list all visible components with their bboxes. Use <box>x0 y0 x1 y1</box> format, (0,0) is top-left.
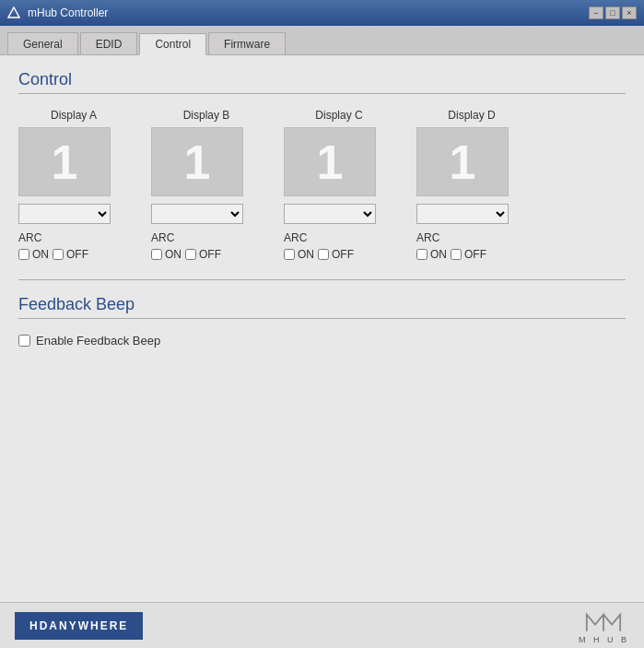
display-b-off-group: OFF <box>185 248 221 261</box>
mhub-logo-text: M H U B <box>579 635 629 644</box>
maximize-button[interactable]: □ <box>605 6 620 19</box>
display-d-select[interactable] <box>416 204 509 224</box>
display-c-off-checkbox[interactable] <box>318 249 329 260</box>
display-d-number: 1 <box>450 138 476 186</box>
close-button[interactable]: × <box>622 6 637 19</box>
display-d-col: Display D 1 ARC ON OFF <box>416 109 527 261</box>
feedback-section-title: Feedback Beep <box>18 295 626 319</box>
display-a-on-group: ON <box>18 248 49 261</box>
display-a-on-checkbox[interactable] <box>18 249 29 260</box>
display-b-col: Display B 1 ARC ON OFF <box>151 109 262 261</box>
display-a-arc-controls: ON OFF <box>18 248 88 261</box>
control-section-title: Control <box>18 70 626 94</box>
section-divider <box>18 279 626 280</box>
hdanywhere-button[interactable]: HDANYWHERE <box>15 612 143 640</box>
display-d-on-group: ON <box>416 248 447 261</box>
display-c-arc-label: ARC <box>284 231 307 244</box>
tab-firmware[interactable]: Firmware <box>208 32 286 54</box>
tab-control[interactable]: Control <box>139 33 206 55</box>
display-b-off-checkbox[interactable] <box>185 249 196 260</box>
display-c-col: Display C 1 ARC ON OFF <box>284 109 394 261</box>
display-b-thumbnail: 1 <box>151 127 243 196</box>
display-c-on-checkbox[interactable] <box>284 249 295 260</box>
mhub-logo-icon <box>585 607 622 633</box>
display-b-on-group: ON <box>151 248 181 261</box>
footer: HDANYWHERE M H U B <box>0 602 644 648</box>
display-b-label: Display B <box>151 109 262 122</box>
display-a-arc-label: ARC <box>18 231 41 244</box>
display-b-number: 1 <box>184 138 211 186</box>
display-c-select[interactable] <box>284 204 376 224</box>
display-grid: Display A 1 ARC ON OFF Display B <box>18 109 626 261</box>
display-c-off-group: OFF <box>318 248 354 261</box>
display-c-on-label: ON <box>298 248 314 261</box>
display-a-off-group: OFF <box>53 248 88 261</box>
display-d-arc-controls: ON OFF <box>416 248 486 261</box>
display-d-off-group: OFF <box>451 248 486 261</box>
display-c-arc-controls: ON OFF <box>284 248 354 261</box>
display-a-thumbnail: 1 <box>18 127 111 196</box>
app-icon <box>7 6 22 20</box>
titlebar: mHub Controller − □ × <box>0 0 644 26</box>
main-content: Control Display A 1 ARC ON OFF <box>0 55 644 602</box>
display-a-on-label: ON <box>32 248 49 261</box>
display-c-off-label: OFF <box>332 248 354 261</box>
enable-feedback-row: Enable Feedback Beep <box>18 334 626 348</box>
tabbar: General EDID Control Firmware <box>0 26 644 55</box>
display-b-select[interactable] <box>151 204 243 224</box>
display-c-label: Display C <box>284 109 394 122</box>
mhub-logo: M H U B <box>579 607 629 644</box>
display-d-label: Display D <box>416 109 527 122</box>
display-a-col: Display A 1 ARC ON OFF <box>18 109 129 261</box>
display-c-thumbnail: 1 <box>284 127 376 196</box>
display-a-off-checkbox[interactable] <box>53 249 64 260</box>
enable-feedback-checkbox[interactable] <box>18 335 30 347</box>
window-title: mHub Controller <box>28 6 589 19</box>
display-b-on-checkbox[interactable] <box>151 249 162 260</box>
display-d-thumbnail: 1 <box>416 127 509 196</box>
svg-marker-0 <box>8 7 19 18</box>
display-a-off-label: OFF <box>66 248 88 261</box>
display-a-number: 1 <box>52 138 78 186</box>
display-d-arc-label: ARC <box>416 231 439 244</box>
display-b-on-label: ON <box>165 248 181 261</box>
display-d-off-label: OFF <box>464 248 486 261</box>
display-a-select[interactable] <box>18 204 111 224</box>
tab-general[interactable]: General <box>7 32 78 54</box>
display-d-on-label: ON <box>430 248 447 261</box>
display-c-number: 1 <box>317 138 344 186</box>
display-d-on-checkbox[interactable] <box>416 249 427 260</box>
display-b-arc-label: ARC <box>151 231 174 244</box>
display-b-off-label: OFF <box>199 248 221 261</box>
display-b-arc-controls: ON OFF <box>151 248 221 261</box>
display-c-on-group: ON <box>284 248 314 261</box>
window-controls: − □ × <box>589 6 637 19</box>
display-a-label: Display A <box>18 109 129 122</box>
enable-feedback-label: Enable Feedback Beep <box>36 334 160 348</box>
minimize-button[interactable]: − <box>589 6 603 19</box>
display-d-off-checkbox[interactable] <box>451 249 462 260</box>
feedback-section: Feedback Beep Enable Feedback Beep <box>18 295 626 348</box>
tab-edid[interactable]: EDID <box>80 32 138 54</box>
